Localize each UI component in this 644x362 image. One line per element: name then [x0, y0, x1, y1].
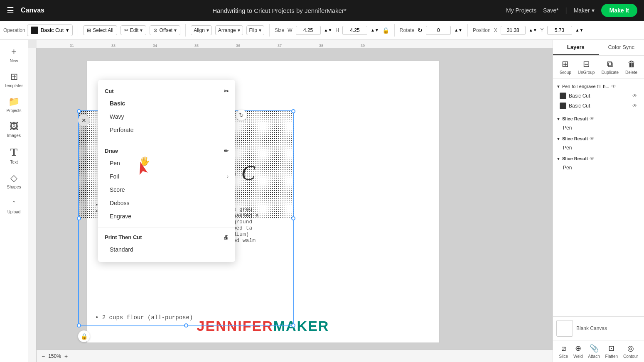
ungroup-button[interactable]: ⊟ UnGroup — [578, 59, 595, 75]
width-input[interactable] — [296, 26, 321, 35]
duplicate-icon: ⧉ — [607, 59, 613, 69]
y-position-input[interactable] — [547, 26, 572, 35]
sidebar-item-templates[interactable]: ⊞ Templates — [0, 68, 28, 91]
hamburger-menu-icon[interactable]: ☰ — [7, 5, 14, 15]
offset-button[interactable]: ⊙ Offset ▾ — [150, 25, 180, 35]
separator — [269, 24, 270, 37]
sidebar-item-projects[interactable]: 📁 Projects — [0, 93, 28, 116]
cut-label: Cut — [105, 88, 114, 94]
height-input[interactable] — [342, 26, 367, 35]
sidebar-item-text[interactable]: T Text — [0, 143, 28, 168]
contour-label: Contour — [623, 354, 638, 359]
draw-section: Draw ✏ Pen Foil › Score Deboss Engrave — [98, 143, 235, 225]
delete-button[interactable]: 🗑 Delete — [625, 59, 637, 75]
edit-icon: ✂ — [124, 27, 128, 33]
contour-button[interactable]: ◎ Contour — [623, 344, 638, 359]
lock-aspect-icon[interactable]: 🔒 — [382, 27, 389, 34]
rotate-input[interactable] — [426, 26, 451, 35]
slice-button[interactable]: ⧄ Slice — [559, 344, 568, 359]
layer-item-pen-2[interactable]: Pen — [556, 143, 641, 152]
layer-name: Pen — [560, 145, 637, 151]
sidebar-item-images[interactable]: 🖼 Images — [0, 118, 28, 141]
foil-option[interactable]: Foil › — [98, 170, 235, 183]
zoom-out-button[interactable]: − — [42, 353, 45, 360]
perforate-label: Perforate — [110, 127, 134, 133]
canvas-area[interactable]: 31 33 34 35 36 37 38 39 • miso, red miso… — [28, 40, 553, 362]
layers-tab[interactable]: Layers — [553, 40, 599, 55]
layer-item-pen-3[interactable]: Pen — [556, 163, 641, 172]
layer-item-pen-1[interactable]: Pen — [556, 123, 641, 132]
group-button[interactable]: ⊞ Group — [560, 59, 571, 75]
layer-group-header[interactable]: ▼ Slice Result 👁 — [556, 154, 641, 163]
canvas-refresh-icon[interactable]: ↻ — [236, 110, 247, 120]
visibility-icon[interactable]: 👁 — [590, 136, 595, 142]
layer-group-header[interactable]: ▼ Slice Result 👁 — [556, 114, 641, 123]
x-stepper[interactable]: ▲▼ — [529, 28, 537, 32]
attach-button[interactable]: 📎 Attach — [588, 344, 600, 359]
maker-dropdown[interactable]: Maker ▾ — [574, 7, 595, 14]
score-option[interactable]: Score — [98, 183, 235, 196]
standard-option[interactable]: Standard — [98, 243, 235, 256]
visibility-icon[interactable]: 👁 — [590, 156, 595, 161]
basic-option[interactable]: Basic — [98, 97, 235, 110]
operation-dropdown[interactable]: Basic Cut ▾ — [27, 24, 73, 36]
selection-handle-ne[interactable] — [291, 109, 295, 113]
deboss-option[interactable]: Deboss — [98, 196, 235, 210]
my-projects-link[interactable]: My Projects — [506, 7, 536, 14]
wavy-option[interactable]: Wavy — [98, 110, 235, 123]
layer-visibility-icon[interactable]: 👁 — [632, 103, 637, 109]
layer-group-header[interactable]: ▼ Slice Result 👁 — [556, 134, 641, 143]
save-button[interactable]: Save* — [543, 7, 558, 14]
sidebar-item-upload[interactable]: ↑ Upload — [0, 194, 28, 218]
maker-label: Maker — [574, 7, 590, 14]
layer-group-slice-result-1: ▼ Slice Result 👁 Pen — [556, 114, 641, 132]
rs-bottom-tools: ⧄ Slice ⊕ Weld 📎 Attach ⊡ Flatten ◎ Cont… — [553, 340, 644, 362]
selection-handle-w[interactable] — [77, 216, 81, 220]
height-stepper[interactable]: ▲▼ — [371, 28, 379, 32]
close-selection-button[interactable]: ✕ — [78, 115, 90, 126]
selection-handle-s[interactable] — [184, 323, 188, 328]
weld-button[interactable]: ⊕ Weld — [573, 344, 583, 359]
selection-handle-nw[interactable] — [77, 109, 81, 113]
draw-label: Draw — [105, 148, 118, 154]
chevron-down-icon: ▾ — [592, 7, 595, 14]
slice-result-label: Slice Result — [562, 136, 588, 141]
layer-group-header[interactable]: ▼ Pen-foil-engrave-fill-h... 👁 — [556, 82, 641, 91]
projects-icon: 📁 — [8, 96, 20, 107]
selection-handle-e[interactable] — [291, 216, 295, 220]
engrave-option[interactable]: Engrave — [98, 210, 235, 223]
standard-label: Standard — [110, 246, 133, 253]
layer-item-basic-cut-2[interactable]: Basic Cut 👁 — [556, 101, 641, 111]
sidebar-item-shapes[interactable]: ◇ Shapes — [0, 169, 28, 193]
width-stepper-up[interactable]: ▲▼ — [324, 28, 332, 32]
pen-option[interactable]: Pen — [98, 157, 235, 170]
x-position-input[interactable] — [501, 26, 526, 35]
ungroup-icon: ⊟ — [583, 59, 590, 69]
selection-handle-sw[interactable] — [77, 323, 81, 328]
layer-visibility-icon[interactable]: 👁 — [632, 93, 637, 99]
flip-button[interactable]: Flip ▾ — [246, 25, 264, 35]
visibility-icon[interactable]: 👁 — [611, 83, 616, 89]
sidebar-item-new[interactable]: + New — [0, 43, 28, 66]
zoom-in-button[interactable]: + — [64, 353, 68, 360]
visibility-icon[interactable]: 👁 — [590, 116, 595, 122]
rotate-icon: ↻ — [418, 27, 423, 34]
color-sync-tab[interactable]: Color Sync — [599, 40, 644, 55]
print-then-cut-section: Print Then Cut 🖨 Standard — [98, 229, 235, 259]
layer-group-pen-foil: ▼ Pen-foil-engrave-fill-h... 👁 Basic Cut… — [556, 82, 641, 111]
perforate-option[interactable]: Perforate — [98, 123, 235, 137]
rotate-stepper[interactable]: ▲▼ — [454, 28, 462, 32]
flatten-button[interactable]: ⊡ Flatten — [605, 344, 618, 359]
selection-handle-se[interactable] — [291, 323, 295, 328]
layer-item-basic-cut-1[interactable]: Basic Cut 👁 — [556, 91, 641, 101]
select-all-button[interactable]: ⊞ Select All — [83, 25, 117, 35]
lock-icon[interactable]: 🔒 — [78, 330, 90, 342]
y-stepper[interactable]: ▲▼ — [575, 28, 584, 32]
offset-icon: ⊙ — [153, 27, 157, 33]
align-button[interactable]: Align ▾ — [191, 25, 212, 35]
zoom-level: 150% — [48, 353, 61, 359]
arrange-button[interactable]: Arrange ▾ — [215, 25, 243, 35]
make-it-button[interactable]: Make It — [601, 4, 637, 17]
duplicate-button[interactable]: ⧉ Duplicate — [601, 59, 619, 75]
edit-button[interactable]: ✂ Edit ▾ — [120, 25, 147, 35]
